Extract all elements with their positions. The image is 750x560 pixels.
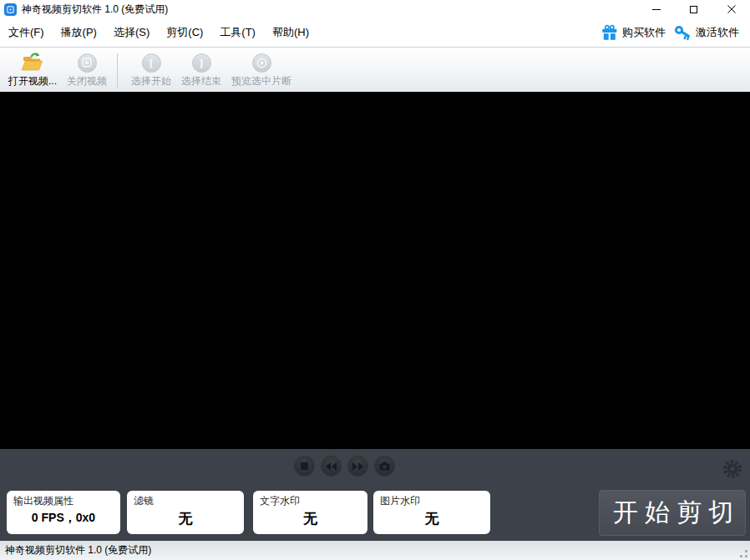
video-display-area xyxy=(0,92,750,449)
activate-software-label: 激活软件 xyxy=(696,25,739,40)
image-watermark-label: 图片水印 xyxy=(373,494,490,508)
select-end-button[interactable]: ] 选择结束 xyxy=(176,52,226,88)
maximize-icon xyxy=(690,6,697,13)
select-start-icon: [ xyxy=(142,53,161,73)
statusbar: 神奇视频剪切软件 1.0 (免费试用) xyxy=(0,541,750,560)
playback-controls xyxy=(294,456,395,477)
filter-box[interactable]: 滤镜 无 xyxy=(127,491,244,534)
close-video-label: 关闭视频 xyxy=(67,74,107,88)
window-title: 神奇视频剪切软件 1.0 (免费试用) xyxy=(22,3,168,17)
select-start-button[interactable]: [ 选择开始 xyxy=(126,52,176,88)
app-window: 神奇视频剪切软件 1.0 (免费试用) 文件(F) 播放(P) 选择(S) 剪切… xyxy=(0,0,750,560)
snapshot-button[interactable] xyxy=(374,456,395,477)
minimize-button[interactable] xyxy=(637,0,675,18)
menu-item-file[interactable]: 文件(F) xyxy=(0,18,53,47)
fast-forward-button[interactable] xyxy=(347,456,368,477)
rewind-button[interactable] xyxy=(321,456,342,477)
close-button[interactable] xyxy=(712,0,750,18)
key-icon xyxy=(674,25,692,41)
open-folder-icon xyxy=(20,52,45,73)
select-end-label: 选择结束 xyxy=(181,74,221,88)
image-watermark-value: 无 xyxy=(373,509,490,528)
close-video-icon xyxy=(78,53,97,73)
activate-software-button[interactable]: 激活软件 xyxy=(670,25,743,41)
settings-gear-button[interactable] xyxy=(722,459,742,479)
menu-item-tools[interactable]: 工具(T) xyxy=(211,18,264,47)
gear-icon xyxy=(722,459,742,479)
open-video-label: 打开视频... xyxy=(8,74,57,88)
control-panel: 输出视频属性 0 FPS，0x0 滤镜 无 文字水印 无 图片水印 无 开始剪切 xyxy=(0,449,750,541)
toolbar: 打开视频... 关闭视频 [ 选择开始 ] xyxy=(0,48,750,92)
text-watermark-label: 文字水印 xyxy=(253,494,367,508)
toolbar-separator xyxy=(117,53,118,88)
statusbar-text: 神奇视频剪切软件 1.0 (免费试用) xyxy=(5,544,151,556)
app-icon xyxy=(4,3,17,16)
text-watermark-box[interactable]: 文字水印 无 xyxy=(253,491,367,534)
resize-grip[interactable] xyxy=(739,549,748,558)
snapshot-icon xyxy=(379,462,390,471)
titlebar: 神奇视频剪切软件 1.0 (免费试用) xyxy=(0,0,750,18)
image-watermark-box[interactable]: 图片水印 无 xyxy=(373,491,490,534)
text-watermark-value: 无 xyxy=(253,509,367,528)
stop-icon xyxy=(301,462,308,470)
menu-item-play[interactable]: 播放(P) xyxy=(53,18,105,47)
select-end-icon: ] xyxy=(192,53,211,73)
gift-icon xyxy=(601,24,618,41)
preview-clip-label: 预览选中片断 xyxy=(231,74,291,88)
maximize-button[interactable] xyxy=(675,0,712,18)
filter-label: 滤镜 xyxy=(127,494,244,508)
window-controls xyxy=(637,0,750,18)
menu-item-cut[interactable]: 剪切(C) xyxy=(158,18,211,47)
select-start-label: 选择开始 xyxy=(131,74,171,88)
output-properties-value: 0 FPS，0x0 xyxy=(7,511,120,526)
output-properties-box: 输出视频属性 0 FPS，0x0 xyxy=(7,491,120,534)
minimize-icon xyxy=(652,9,661,10)
menu-item-help[interactable]: 帮助(H) xyxy=(264,18,317,47)
close-icon xyxy=(727,5,736,13)
start-cutting-button[interactable]: 开始剪切 xyxy=(599,490,746,536)
menubar: 文件(F) 播放(P) 选择(S) 剪切(C) 工具(T) 帮助(H) 购买软件 xyxy=(0,18,750,48)
open-video-button[interactable]: 打开视频... xyxy=(3,52,62,88)
buy-software-label: 购买软件 xyxy=(622,25,666,40)
filter-value: 无 xyxy=(127,509,244,528)
menubar-right: 购买软件 激活软件 xyxy=(597,24,743,41)
stop-button[interactable] xyxy=(294,456,315,477)
rewind-icon xyxy=(326,462,337,471)
preview-icon xyxy=(252,53,271,73)
preview-clip-button[interactable]: 预览选中片断 xyxy=(226,52,296,88)
menu-item-select[interactable]: 选择(S) xyxy=(105,18,158,47)
output-properties-label: 输出视频属性 xyxy=(7,494,120,508)
fast-forward-icon xyxy=(352,462,363,471)
buy-software-button[interactable]: 购买软件 xyxy=(597,24,670,41)
close-video-button[interactable]: 关闭视频 xyxy=(62,52,112,88)
